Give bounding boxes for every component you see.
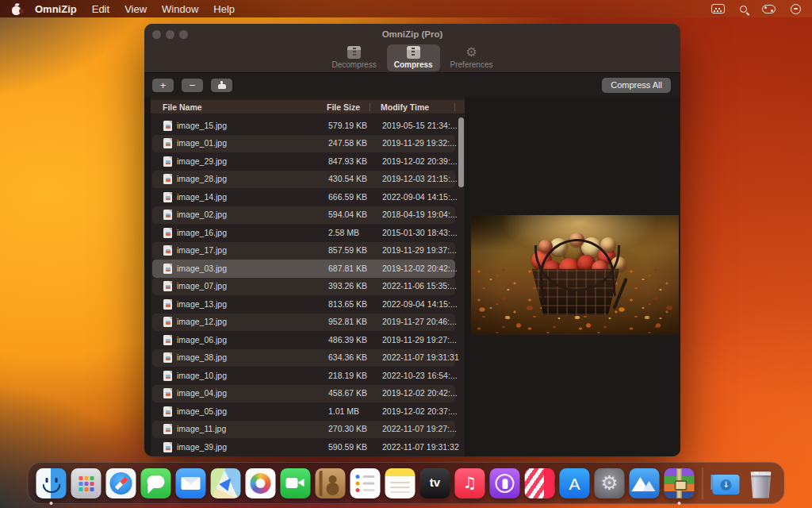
file-name: image_12.jpg — [177, 317, 227, 326]
table-row[interactable]: image_12.jpg952.81 KB2019-11-27 20:46:..… — [152, 314, 455, 332]
file-icon — [163, 388, 172, 398]
window-content: File Name File Size Modify Time image_15… — [144, 97, 680, 456]
dock-item-trash[interactable] — [746, 468, 776, 498]
appstore-icon — [560, 468, 590, 498]
apple-menu-icon[interactable] — [11, 3, 21, 15]
add-file-button[interactable]: + — [152, 79, 174, 92]
dock-item-messages[interactable] — [141, 468, 171, 498]
file-size: 634.36 KB — [328, 352, 367, 362]
table-row[interactable]: image_29.jpg847.93 KB2019-12-02 20:39:..… — [152, 152, 455, 171]
file-modify-time: 2022-11-07 19:31:31 — [382, 352, 459, 362]
table-header[interactable]: File Name File Size Modify Time — [151, 100, 465, 114]
column-file-name[interactable]: File Name — [163, 102, 202, 112]
dock-item-mail[interactable] — [176, 468, 206, 498]
dock-item-launchpad[interactable] — [71, 468, 102, 498]
dock-item-photos[interactable] — [246, 468, 276, 498]
column-file-size[interactable]: File Size — [327, 102, 360, 112]
dock-item-contacts[interactable] — [316, 468, 346, 498]
dock-item-mountain[interactable] — [630, 468, 660, 498]
file-modify-time: 2015-01-30 18:43:... — [382, 228, 458, 237]
table-row[interactable]: image_01.jpg247.58 KB2019-11-29 19:32:..… — [152, 135, 455, 153]
file-size: 1.01 MB — [328, 406, 359, 416]
dock-item-music[interactable] — [455, 468, 485, 498]
compress-all-button[interactable]: Compress All — [602, 78, 671, 93]
window-titlebar[interactable]: OmniZip (Pro) — [144, 24, 680, 44]
spotlight-search-icon[interactable] — [740, 6, 747, 13]
decompress-archive-icon — [347, 46, 361, 59]
table-row[interactable]: image_11.jpg270.30 KB2022-11-07 19:27:..… — [152, 421, 455, 439]
remove-file-button[interactable]: − — [182, 79, 203, 92]
dock-item-news[interactable] — [525, 468, 555, 498]
menu-item-window[interactable]: Window — [162, 3, 198, 15]
dock-item-appletv[interactable] — [420, 468, 450, 498]
table-row[interactable]: image_03.jpg687.81 KB2019-12-02 20:42:..… — [152, 260, 455, 278]
table-row[interactable]: image_06.jpg486.39 KB2019-11-29 19:27:..… — [152, 331, 455, 349]
file-icon — [163, 192, 172, 202]
dock-item-settings[interactable] — [595, 468, 625, 498]
file-size: 2.58 MB — [328, 228, 359, 237]
table-row[interactable]: image_10.jpg218.19 KB2022-10-23 16:54:..… — [152, 367, 455, 385]
gear-icon: ⚙ — [465, 46, 479, 59]
dock-item-reminders[interactable] — [350, 468, 381, 498]
file-icon — [163, 281, 172, 291]
table-row[interactable]: image_07.jpg393.26 KB2022-11-06 15:35:..… — [152, 278, 455, 296]
mail-icon — [176, 468, 206, 498]
table-row[interactable]: image_15.jpg579.19 KB2019-05-15 21:34:..… — [152, 117, 455, 135]
control-center-icon[interactable] — [762, 5, 776, 13]
dock-item-appstore[interactable] — [560, 468, 590, 498]
dock-item-podcasts[interactable] — [490, 468, 520, 498]
table-row[interactable]: image_16.jpg2.58 MB2015-01-30 18:43:... — [152, 224, 455, 242]
table-row[interactable]: image_13.jpg813.65 KB2022-09-04 14:15:..… — [152, 295, 455, 314]
dock-item-facetime[interactable] — [281, 468, 311, 498]
file-icon — [163, 371, 172, 381]
table-row[interactable]: image_14.jpg666.59 KB2022-09-04 14:15:..… — [152, 188, 455, 206]
file-name: image_14.jpg — [177, 192, 227, 202]
menu-item-view[interactable]: View — [124, 3, 147, 15]
toolbar-tabstrip: Decompress Compress ⚙ Preferences — [144, 44, 680, 73]
file-name: image_38.jpg — [177, 352, 227, 362]
file-size: 590.59 KB — [328, 442, 367, 452]
file-size: 952.81 KB — [328, 317, 367, 326]
menu-item-help[interactable]: Help — [213, 3, 235, 15]
menu-item-edit[interactable]: Edit — [92, 3, 109, 15]
table-row[interactable]: image_28.jpg430.54 KB2019-12-03 21:15:..… — [152, 171, 455, 189]
file-modify-time: 2019-12-02 20:42:... — [382, 264, 458, 273]
tab-decompress[interactable]: Decompress — [325, 44, 384, 71]
table-row[interactable]: image_38.jpg634.36 KB2022-11-07 19:31:31 — [152, 349, 455, 368]
file-modify-time: 2022-09-04 14:15:... — [382, 192, 458, 202]
file-size: 579.19 KB — [328, 121, 367, 130]
clear-list-button[interactable] — [211, 79, 232, 92]
running-indicator-dot — [50, 502, 53, 505]
dock-item-safari[interactable] — [106, 468, 136, 498]
dock-item-omnizip[interactable] — [665, 468, 695, 498]
file-size: 247.58 KB — [328, 138, 367, 148]
dock-item-notes[interactable] — [385, 468, 416, 498]
preview-pane — [469, 97, 680, 456]
menu-status-area — [711, 4, 801, 14]
table-row[interactable]: image_05.jpg1.01 MB2019-12-02 20:37:... — [152, 402, 455, 421]
file-size: 594.04 KB — [328, 210, 367, 219]
file-icon — [163, 174, 172, 184]
status-circle-icon[interactable] — [791, 4, 801, 14]
dock-item-finder[interactable] — [36, 468, 67, 498]
file-modify-time: 2022-11-07 19:31:32 — [382, 442, 459, 452]
file-modify-time: 2022-10-23 16:54:... — [382, 371, 458, 380]
file-modify-time: 2019-11-29 19:27:... — [382, 335, 457, 344]
file-name: image_39.jpg — [177, 442, 227, 452]
file-size: 430.54 KB — [328, 174, 367, 183]
tab-compress[interactable]: Compress — [387, 44, 440, 71]
dock-item-maps[interactable] — [211, 468, 241, 498]
dock-item-downloads[interactable] — [711, 468, 741, 498]
menu-app-name[interactable]: OmniZip — [35, 3, 77, 15]
table-row[interactable]: image_02.jpg594.04 KB2018-04-19 19:04:..… — [152, 206, 455, 225]
table-row[interactable]: image_39.jpg590.59 KB2022-11-07 19:31:32 — [152, 438, 455, 456]
input-source-icon[interactable] — [711, 4, 725, 13]
table-row[interactable]: image_17.jpg857.59 KB2019-11-29 19:37:..… — [152, 242, 455, 260]
scrollbar-thumb[interactable] — [458, 117, 464, 187]
facetime-icon — [281, 468, 311, 498]
file-modify-time: 2019-12-02 20:37:... — [382, 406, 458, 416]
column-modify-time[interactable]: Modify Time — [381, 102, 429, 112]
table-row[interactable]: image_04.jpg458.67 KB2019-12-02 20:42:..… — [152, 385, 455, 403]
tab-preferences[interactable]: ⚙ Preferences — [443, 44, 500, 71]
finder-icon — [36, 468, 67, 498]
